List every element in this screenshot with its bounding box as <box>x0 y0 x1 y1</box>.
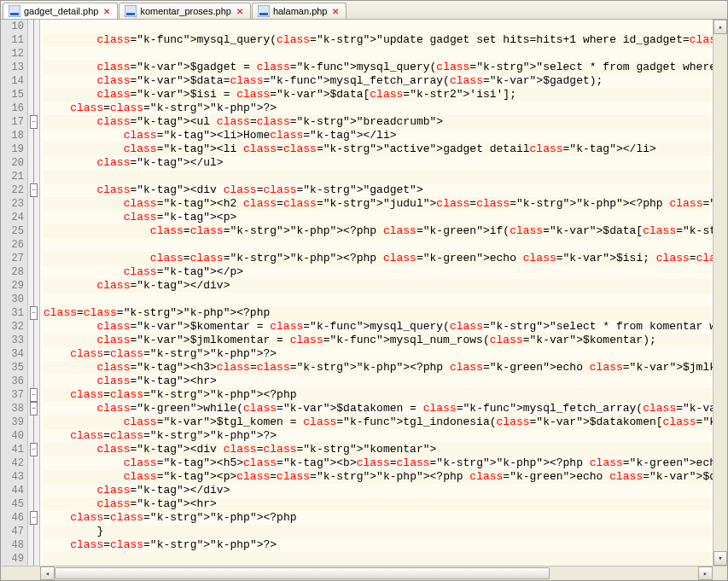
fold-toggle[interactable]: − <box>30 306 38 320</box>
line-number: 21 <box>1 170 24 183</box>
line-number: 25 <box>1 224 24 238</box>
line-number: 48 <box>1 538 24 552</box>
scroll-track[interactable] <box>55 566 698 580</box>
fold-toggle[interactable]: − <box>30 511 38 525</box>
scroll-thumb[interactable] <box>55 567 550 579</box>
fold-toggle[interactable]: − <box>30 402 38 415</box>
code-line[interactable]: class="k-tag"><p> <box>44 211 713 224</box>
horizontal-scrollbar[interactable]: ◂ ▸ <box>40 566 727 580</box>
fold-toggle[interactable]: − <box>30 388 38 402</box>
scroll-right-button[interactable]: ▸ <box>698 566 713 580</box>
fold-guide <box>33 320 34 334</box>
fold-guide <box>33 484 34 497</box>
code-line[interactable]: class="k-var">$gadget = class="k-func">m… <box>44 61 713 74</box>
code-line[interactable] <box>44 293 713 306</box>
scrollbar-corner <box>713 566 727 580</box>
line-number: 18 <box>1 129 24 142</box>
code-line[interactable]: class="k-tag"></div> <box>44 279 713 293</box>
line-number: 38 <box>1 402 24 415</box>
line-number: 42 <box>1 456 24 470</box>
fold-toggle[interactable]: − <box>30 115 38 129</box>
code-line[interactable]: class=class="k-strg">"k-php">?> <box>44 538 713 552</box>
line-number: 20 <box>1 156 24 170</box>
tab-label: gadget_detail.php <box>24 6 98 16</box>
code-line[interactable]: class="k-tag"></p> <box>44 265 713 279</box>
code-line[interactable]: class="k-tag"><div class=class="k-strg">… <box>44 443 713 456</box>
code-line[interactable]: class="k-var">$tgl_komen = class="k-func… <box>44 415 713 429</box>
code-line[interactable]: class="k-func">mysql_query(class="k-strg… <box>44 33 713 47</box>
line-number: 12 <box>1 47 24 61</box>
code-line[interactable] <box>44 47 713 61</box>
line-number: 46 <box>1 511 24 525</box>
code-line[interactable]: class="k-var">$komentar = class="k-func"… <box>44 320 713 334</box>
code-line[interactable]: class="k-tag"><ul class=class="k-strg">"… <box>44 115 713 129</box>
fold-guide <box>33 279 34 293</box>
fold-toggle[interactable]: − <box>30 183 38 197</box>
code-line[interactable]: } <box>44 525 713 538</box>
line-number: 23 <box>1 197 24 211</box>
code-line[interactable]: class=class="k-strg">"k-php"><?php <box>44 388 713 402</box>
code-line[interactable]: class="k-var">$jmlkomentar = class="k-fu… <box>44 334 713 347</box>
scroll-up-button[interactable]: ▴ <box>713 20 727 34</box>
code-line[interactable] <box>44 238 713 252</box>
code-line[interactable] <box>44 552 713 566</box>
line-number: 33 <box>1 334 24 347</box>
line-number: 30 <box>1 293 24 306</box>
code-line[interactable]: class=class="k-strg">"k-php"><?php <box>44 511 713 525</box>
code-line[interactable]: class="k-tag"><div class=class="k-strg">… <box>44 183 713 197</box>
code-line[interactable]: class=class="k-strg">"k-php"><?php class… <box>44 224 713 238</box>
code-line[interactable]: class="k-tag"><li>Homeclass="k-tag"></li… <box>44 129 713 142</box>
code-line[interactable]: class="k-tag"><h3>class=class="k-strg">"… <box>44 361 713 375</box>
fold-guide <box>33 88 34 102</box>
fold-guide <box>33 552 34 566</box>
fold-guide <box>33 334 34 347</box>
line-number: 40 <box>1 429 24 443</box>
code-line[interactable]: class="k-tag"><h5>class="k-tag"><b>class… <box>44 456 713 470</box>
fold-guide <box>33 20 34 33</box>
fold-guide <box>33 74 34 88</box>
code-line[interactable]: class="k-var">$isi = class="k-var">$data… <box>44 88 713 102</box>
code-line[interactable]: class="k-var">$data=class="k-func">mysql… <box>44 74 713 88</box>
code-line[interactable]: class="k-tag"><hr> <box>44 375 713 388</box>
line-number: 24 <box>1 211 24 224</box>
line-number: 14 <box>1 74 24 88</box>
code-line[interactable]: class=class="k-strg">"k-php"><?php <box>44 306 713 320</box>
code-line[interactable]: class=class="k-strg">"k-php"><?php class… <box>44 252 713 265</box>
fold-guide <box>33 156 34 170</box>
fold-toggle[interactable]: − <box>30 443 38 456</box>
code-line[interactable]: class="k-tag"><hr> <box>44 497 713 511</box>
close-icon[interactable]: ✕ <box>102 7 112 16</box>
scroll-track[interactable] <box>713 34 727 551</box>
vertical-scrollbar[interactable]: ▴ ▾ <box>713 20 727 566</box>
code-line[interactable]: class=class="k-strg">"k-php">?> <box>44 347 713 361</box>
line-number: 16 <box>1 102 24 115</box>
code-line[interactable]: class="k-tag"><li class=class="k-strg">"… <box>44 142 713 156</box>
code-line[interactable]: class="k-tag"></div> <box>44 484 713 497</box>
code-line[interactable]: class="k-green">while(class="k-var">$dat… <box>44 402 713 415</box>
close-icon[interactable]: ✕ <box>330 7 341 16</box>
tab-gadget-detail[interactable]: gadget_detail.php ✕ <box>3 3 118 19</box>
line-number: 19 <box>1 142 24 156</box>
scroll-left-button[interactable]: ◂ <box>40 566 55 580</box>
code-line[interactable]: class="k-tag"><p>class=class="k-strg">"k… <box>44 470 713 484</box>
svg-rect-5 <box>259 13 268 15</box>
code-line[interactable] <box>44 20 713 33</box>
code-line[interactable]: class="k-tag"></ul> <box>44 156 713 170</box>
line-number: 11 <box>1 33 24 47</box>
line-number: 31 <box>1 306 24 320</box>
code-line[interactable]: class=class="k-strg">"k-php">?> <box>44 102 713 115</box>
scroll-down-button[interactable]: ▾ <box>713 551 727 566</box>
tab-label: halaman.php <box>273 6 328 16</box>
code-line[interactable]: class="k-tag"><h2 class=class="k-strg">"… <box>44 197 713 211</box>
close-icon[interactable]: ✕ <box>235 7 245 16</box>
code-line[interactable]: class=class="k-strg">"k-php">?> <box>44 429 713 443</box>
fold-guide <box>33 129 34 142</box>
line-number: 10 <box>1 20 24 33</box>
code-line[interactable] <box>44 170 713 183</box>
line-number: 41 <box>1 443 24 456</box>
tab-komentar-proses[interactable]: komentar_proses.php ✕ <box>119 3 250 19</box>
fold-guide <box>33 375 34 388</box>
code-view[interactable]: class="k-func">mysql_query(class="k-strg… <box>40 20 713 566</box>
tab-halaman[interactable]: halaman.php ✕ <box>252 3 347 19</box>
line-number: 27 <box>1 252 24 265</box>
